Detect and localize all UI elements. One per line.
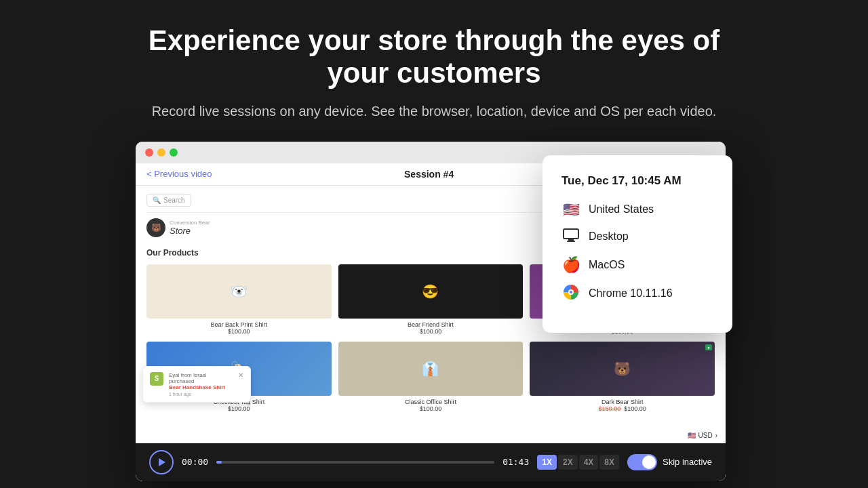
- traffic-light-red[interactable]: [145, 148, 153, 157]
- speed-controls: 1X 2X 4X 8X: [537, 455, 619, 470]
- play-icon: [159, 458, 165, 466]
- search-placeholder: Search: [163, 197, 185, 204]
- toast-content: Eyal from Israel purchased Bear Handshak…: [169, 372, 233, 396]
- currency-arrow: ›: [715, 432, 717, 439]
- currency-label: USD: [698, 432, 713, 439]
- progress-fill: [216, 461, 222, 464]
- store-search[interactable]: 🔍 Search: [146, 194, 191, 207]
- currency-flag: 🇺🇸: [688, 432, 696, 439]
- chrome-icon: [561, 285, 580, 303]
- product-image-2: 😎: [338, 264, 524, 319]
- play-button[interactable]: [149, 450, 174, 474]
- page-title: Experience your store through the eyes o…: [142, 24, 726, 90]
- page-subtitle: Record live sessions on any device. See …: [142, 101, 726, 121]
- product-card-5[interactable]: 👔 Classic Office Shirt $100.00: [338, 342, 524, 412]
- toast-line1: Eyal from Israel purchased: [169, 372, 233, 384]
- product-price-5: $100.00: [338, 405, 524, 412]
- store-footer-bar: 🇺🇸 USD ›: [679, 428, 726, 443]
- product-name-6: Dark Bear Shirt: [530, 399, 715, 405]
- product-name-1: Bear Back Print Shirt: [146, 321, 332, 328]
- toast-product: Bear Handshake Shirt: [169, 384, 233, 390]
- info-country: United States: [589, 203, 654, 216]
- product-price-4: $100.00: [146, 405, 332, 412]
- speed-8x[interactable]: 8X: [599, 455, 619, 470]
- speed-4x[interactable]: 4X: [579, 455, 599, 470]
- traffic-light-green[interactable]: [170, 148, 178, 157]
- info-browser: Chrome 10.11.16: [589, 287, 673, 300]
- video-controls: 00:00 01:43 1X 2X 4X 8X Skip inactive: [136, 443, 726, 481]
- product-name-5: Classic Office Shirt: [338, 399, 524, 405]
- product-price-6: $100.00: [624, 405, 646, 412]
- time-total: 01:43: [502, 457, 529, 467]
- product-image-5: 👔: [338, 342, 524, 396]
- info-panel: Tue, Dec 17, 10:45 AM 🇺🇸 United States D…: [542, 155, 732, 333]
- toggle-knob: [642, 455, 656, 469]
- product-price-1: $100.00: [146, 328, 332, 335]
- toast-notification: S Eyal from Israel purchased Bear Handsh…: [142, 366, 251, 403]
- product-price-2: $100.00: [338, 328, 524, 335]
- toggle-switch[interactable]: [627, 454, 657, 470]
- info-device-row: Desktop: [561, 228, 713, 245]
- apple-icon: 🍎: [561, 256, 580, 274]
- store-name-label: Store: [170, 226, 210, 236]
- prev-video-link[interactable]: < Previous video: [146, 169, 212, 179]
- product-card-6[interactable]: 🐻 ● Dark Bear Shirt $150.00 $100.00: [530, 342, 715, 412]
- session-title: Session #4: [404, 169, 454, 180]
- svg-rect-0: [564, 229, 578, 239]
- sale-badge: ●: [705, 344, 712, 350]
- info-datetime: Tue, Dec 17, 10:45 AM: [561, 174, 713, 188]
- desktop-icon: [561, 228, 580, 245]
- store-logo-text: Conversion Bear Store: [170, 220, 210, 236]
- store-logo-icon: 🐻: [146, 218, 165, 237]
- product-price-sale-6: $150.00: [599, 405, 621, 412]
- shopify-icon: S: [150, 372, 163, 386]
- toast-time: 1 hour ago: [169, 392, 233, 396]
- country-flag-icon: 🇺🇸: [561, 201, 580, 218]
- info-os: MacOS: [589, 259, 625, 271]
- traffic-light-yellow[interactable]: [157, 148, 165, 157]
- product-name-2: Bear Friend Shirt: [338, 321, 524, 328]
- product-image-1: 🐻‍❄️: [146, 264, 332, 319]
- product-card-2[interactable]: 😎 Bear Friend Shirt $100.00: [338, 264, 524, 335]
- info-country-row: 🇺🇸 United States: [561, 201, 713, 218]
- info-device: Desktop: [589, 230, 629, 243]
- search-icon: 🔍: [153, 197, 161, 204]
- time-current: 00:00: [182, 457, 208, 467]
- info-browser-row: Chrome 10.11.16: [561, 285, 713, 303]
- skip-label: Skip inactive: [663, 457, 712, 467]
- skip-inactive-toggle[interactable]: Skip inactive: [627, 454, 712, 470]
- progress-bar[interactable]: [216, 461, 494, 464]
- info-os-row: 🍎 MacOS: [561, 256, 713, 274]
- product-card-1[interactable]: 🐻‍❄️ Bear Back Print Shirt $100.00: [146, 264, 332, 335]
- header-section: Experience your store through the eyes o…: [129, 0, 739, 135]
- product-image-6: 🐻 ●: [530, 342, 715, 396]
- toast-close-icon[interactable]: ✕: [238, 372, 243, 379]
- demo-container: < Previous video Session #4 Cart (0) Che…: [136, 142, 732, 481]
- svg-rect-2: [567, 241, 575, 242]
- conversion-bear-label: Conversion Bear: [170, 220, 210, 226]
- speed-1x[interactable]: 1X: [537, 455, 557, 470]
- speed-2x[interactable]: 2X: [558, 455, 578, 470]
